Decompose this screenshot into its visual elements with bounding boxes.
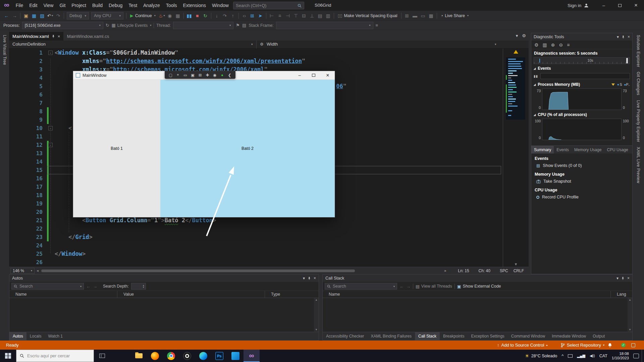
step-over-icon[interactable]: ↷ (221, 12, 229, 20)
flag-icon[interactable]: ⚑ (236, 23, 240, 28)
tab-cpu-usage[interactable]: CPU Usage (604, 146, 631, 154)
align-middles-icon[interactable]: ⊟ (300, 12, 308, 20)
side-tab-solution-explorer[interactable]: Solution Explorer (636, 35, 641, 67)
solution-platforms-combo[interactable]: Any CPU▾ (91, 12, 123, 19)
record-cpu-profile-button[interactable]: Record CPU Profile (531, 193, 632, 201)
document-dropdown-icon[interactable]: ▾ (516, 33, 518, 38)
breadcrumb-element[interactable]: ColumnDefinition (12, 42, 46, 47)
show-desktop-button[interactable] (642, 350, 644, 362)
tab-call-stack[interactable]: Call Stack (415, 332, 440, 340)
take-snapshot-button[interactable]: Take Snapshot (531, 178, 632, 185)
app-close-button[interactable]: × (321, 71, 335, 79)
close-icon[interactable]: × (628, 35, 630, 39)
expander-icon[interactable]: ◢ (534, 67, 536, 70)
display-tray-icon[interactable] (568, 354, 573, 358)
pin-icon[interactable] (621, 277, 625, 280)
vertical-scrollbar[interactable]: ▴▾ (314, 298, 319, 332)
autos-titlebar[interactable]: Autos ▾ × (9, 275, 319, 282)
application-analysis-icon[interactable]: ◉ (166, 12, 174, 20)
stack-frame-combo[interactable]: ▾ (276, 22, 373, 29)
search-icon[interactable] (298, 4, 302, 8)
tab-breakpoints[interactable]: Breakpoints (440, 332, 468, 340)
export-icon[interactable]: ▥ (543, 42, 547, 48)
zoom-out-icon[interactable]: ⊖ (559, 42, 563, 48)
side-tab-git-changes[interactable]: Git Changes (636, 72, 641, 95)
tab-accessibility-checker[interactable]: Accessibility Checker (323, 332, 367, 340)
feedback-icon[interactable] (631, 341, 635, 350)
diagnostic-tools-titlebar[interactable]: Diagnostic Tools ▾ × (531, 33, 632, 41)
document-well-options-icon[interactable]: ⚙ (522, 33, 526, 38)
align-centers-icon[interactable]: ≡ (276, 12, 284, 20)
side-tab-live-visual-tree[interactable]: Live Visual Tree (2, 35, 7, 65)
task-view-button[interactable] (94, 350, 110, 362)
step-into-icon[interactable]: ↓ (213, 12, 221, 20)
scan-element-icon[interactable]: ✚ (204, 73, 211, 77)
menu-extensions[interactable]: Extensions (180, 1, 209, 9)
warning-marker-icon[interactable] (514, 50, 518, 54)
opera-button[interactable] (179, 350, 195, 362)
menu-debug[interactable]: Debug (106, 1, 125, 9)
network-tray-icon[interactable]: ▂▄▆ (577, 354, 585, 358)
search-options-icon[interactable]: ▾ (80, 285, 82, 288)
chevron-down-icon[interactable]: ▾ (617, 35, 619, 39)
column-header-name[interactable]: Name (9, 291, 117, 298)
weather-widget[interactable]: ☀ 28°C Soleado (525, 353, 557, 359)
format-icon[interactable]: ▭ (419, 12, 427, 20)
expander-icon[interactable]: ◢ (534, 113, 536, 116)
column-header-lang[interactable]: Lang (611, 291, 632, 298)
display-adorners-icon[interactable]: ▭ (182, 73, 189, 77)
notifications-bell-button[interactable] (608, 341, 612, 350)
settings-gear-icon[interactable]: ⚙ (534, 42, 539, 48)
app-titlebar[interactable]: MainWindow ▢ ⌖ ▭ ▣ ⊞ ✚ ◉ ● ❮ – × (73, 71, 335, 80)
make-vertical-spacing-equal-button[interactable]: ▯▯Make Vertical Spacing Equal (336, 12, 399, 20)
restore-button[interactable] (612, 0, 628, 11)
call-stack-search-input[interactable] (333, 284, 391, 289)
tab-locals[interactable]: Locals (26, 332, 45, 340)
xaml-tag-icon[interactable]: ‹› (240, 12, 248, 20)
tab-mainwindow-xaml[interactable]: MainWindow.xaml × (9, 32, 63, 41)
show-grid-icon[interactable]: ⊞ (249, 12, 256, 20)
edge-button[interactable] (195, 350, 211, 362)
element-grid-icon[interactable]: ▦ (174, 12, 182, 20)
zoom-grid-icon[interactable]: ▩ (427, 12, 435, 20)
menu-build[interactable]: Build (89, 1, 106, 9)
keyboard-layout-button[interactable]: CAT (599, 354, 607, 358)
events-section-header[interactable]: ◢ Events (531, 65, 632, 72)
lifecycle-events-button[interactable]: ▦ Lifecycle Events ▾ (112, 23, 152, 28)
restart-icon[interactable]: ↻ (202, 12, 209, 20)
filter-funnel-icon[interactable] (611, 83, 615, 86)
xaml-live-preview-icon[interactable]: ● (219, 73, 225, 77)
redo-icon[interactable]: ↷ (54, 12, 62, 20)
go-to-live-visual-tree-icon[interactable]: ▢ (167, 73, 174, 77)
expander-icon[interactable]: ◢ (534, 83, 536, 86)
call-stack-search-box[interactable]: ▾ (325, 283, 397, 290)
minimize-button[interactable]: – (596, 0, 612, 11)
tab-exception-settings[interactable]: Exception Settings (468, 332, 507, 340)
search-depth-stepper[interactable]: ▲▼ (131, 283, 146, 290)
tab-summary[interactable]: Summary (531, 146, 554, 154)
show-threads-icon[interactable]: ▤ (242, 23, 246, 28)
tab-mainwindow-xaml-cs[interactable]: MainWindow.xaml.cs (63, 32, 112, 41)
autos-grid[interactable]: ▴▾ (9, 298, 319, 332)
pause-icon[interactable]: ▮▮ (534, 74, 538, 78)
next-result-icon[interactable]: → (406, 284, 411, 289)
menu-analyze[interactable]: Analyze (140, 1, 163, 9)
vertical-scrollbar[interactable]: ▴▾ (628, 298, 632, 332)
threads-menu-icon[interactable]: ≡ (376, 23, 378, 28)
chevron-down-icon[interactable]: ▾ (303, 276, 305, 281)
select-element-icon[interactable]: ➤ (257, 12, 264, 20)
layout-grid-icon[interactable]: ⊞ (197, 73, 203, 77)
tab-xaml-binding-failures[interactable]: XAML Binding Failures (367, 332, 415, 340)
menu-file[interactable]: File (13, 1, 26, 9)
sign-in-button[interactable]: Sign in (568, 0, 589, 11)
reset-view-icon[interactable]: ≡ (567, 42, 570, 48)
tab-autos[interactable]: Autos (9, 332, 26, 340)
vscode-button[interactable] (227, 350, 244, 362)
refresh-process-icon[interactable]: ↻ (106, 23, 109, 28)
tab-output[interactable]: Output (589, 332, 608, 340)
file-explorer-button[interactable] (131, 350, 147, 362)
action-center-icon[interactable] (633, 354, 639, 358)
menu-tools[interactable]: Tools (163, 1, 180, 9)
column-header-name[interactable]: Name (323, 291, 611, 298)
live-share-button[interactable]: ◔Live Share▾ (439, 12, 471, 20)
